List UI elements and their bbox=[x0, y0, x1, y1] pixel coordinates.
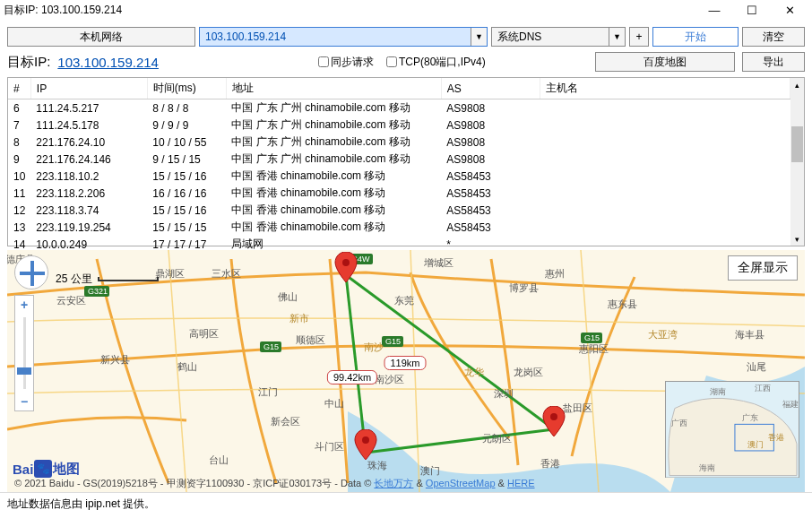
svg-text:新市: 新市 bbox=[289, 313, 309, 324]
svg-text:澳门: 澳门 bbox=[420, 465, 440, 476]
svg-text:三水区: 三水区 bbox=[212, 268, 241, 279]
add-button[interactable]: + bbox=[629, 27, 649, 47]
svg-text:龙岗区: 龙岗区 bbox=[514, 367, 543, 377]
svg-text:台山: 台山 bbox=[209, 454, 229, 465]
target-ip-input[interactable] bbox=[200, 28, 471, 46]
start-button[interactable]: 开始 bbox=[652, 27, 739, 47]
fullscreen-button[interactable]: 全屏显示 bbox=[728, 255, 798, 281]
compass-control[interactable] bbox=[14, 255, 48, 289]
table-row[interactable]: 12223.118.3.7415 / 15 / 16中国 香港 chinamob… bbox=[8, 202, 790, 219]
svg-point-49 bbox=[362, 436, 369, 444]
svg-text:惠阳区: 惠阳区 bbox=[578, 343, 609, 354]
tcp80-checkbox[interactable]: TCP(80端口,IPv4) bbox=[386, 55, 486, 70]
svg-text:汕尾: 汕尾 bbox=[747, 361, 766, 372]
vertical-scrollbar[interactable]: ▴ ▾ bbox=[790, 78, 804, 246]
zoom-in-button[interactable]: + bbox=[15, 296, 33, 314]
table-row[interactable]: 10223.118.10.215 / 15 / 16中国 香港 chinamob… bbox=[8, 168, 790, 185]
col-ip[interactable]: IP bbox=[30, 78, 147, 99]
col-index[interactable]: # bbox=[8, 78, 30, 99]
attr-link[interactable]: OpenStreetMap bbox=[426, 478, 496, 488]
svg-text:香港: 香港 bbox=[540, 458, 560, 469]
table-row[interactable]: 9221.176.24.1469 / 15 / 15中国 广东 广州 china… bbox=[8, 151, 790, 168]
zoom-slider[interactable] bbox=[15, 314, 33, 393]
svg-text:广东: 广东 bbox=[742, 413, 758, 422]
table-row[interactable]: 8221.176.24.1010 / 10 / 55中国 广东 广州 china… bbox=[8, 134, 790, 151]
chevron-down-icon[interactable]: ▼ bbox=[609, 28, 625, 46]
map-marker[interactable] bbox=[354, 429, 377, 460]
scroll-thumb[interactable] bbox=[791, 126, 803, 162]
baidu-map-button[interactable]: 百度地图 bbox=[595, 52, 735, 72]
col-time[interactable]: 时间(ms) bbox=[147, 78, 226, 99]
scroll-down-icon[interactable]: ▾ bbox=[790, 232, 804, 246]
svg-text:G15: G15 bbox=[584, 333, 600, 342]
col-as[interactable]: AS bbox=[441, 78, 540, 99]
local-network-button[interactable]: 本机网络 bbox=[7, 27, 195, 47]
svg-text:G15: G15 bbox=[263, 342, 279, 351]
svg-text:东莞: 东莞 bbox=[394, 295, 414, 306]
svg-text:鼎湖区: 鼎湖区 bbox=[155, 268, 185, 279]
svg-text:海南: 海南 bbox=[699, 463, 715, 472]
map-canvas[interactable]: G4W G321 G15 G15 G15 增城区 惠州 东莞 佛山 鼎湖区 三水… bbox=[7, 250, 805, 492]
svg-text:新会区: 新会区 bbox=[271, 416, 300, 427]
target-ip-label: 目标IP: bbox=[7, 54, 50, 71]
sync-request-checkbox[interactable]: 同步请求 bbox=[318, 55, 374, 70]
svg-text:湖南: 湖南 bbox=[710, 387, 726, 396]
title-ip: 103.100.159.214 bbox=[41, 4, 122, 16]
scroll-up-icon[interactable]: ▴ bbox=[790, 78, 804, 91]
dns-combo[interactable]: 系统DNS ▼ bbox=[491, 27, 626, 47]
svg-text:深圳: 深圳 bbox=[494, 388, 514, 399]
svg-point-50 bbox=[550, 413, 557, 420]
target-ip-link[interactable]: 103.100.159.214 bbox=[57, 55, 159, 70]
svg-text:博罗县: 博罗县 bbox=[509, 282, 539, 293]
footer-text: 地址数据信息由 ipip.net 提供。 bbox=[0, 492, 812, 515]
svg-text:南沙: 南沙 bbox=[364, 341, 384, 352]
map-attribution: © 2021 Baidu - GS(2019)5218号 - 甲测资字11009… bbox=[14, 477, 798, 490]
chevron-down-icon[interactable]: ▼ bbox=[471, 28, 487, 46]
svg-text:广西: 广西 bbox=[671, 419, 687, 428]
svg-text:元朗区: 元朗区 bbox=[482, 433, 512, 444]
map-marker[interactable] bbox=[334, 252, 358, 282]
svg-text:江门: 江门 bbox=[258, 386, 278, 397]
svg-text:G321: G321 bbox=[88, 287, 108, 296]
attr-link[interactable]: 长地万方 bbox=[374, 478, 413, 488]
dns-value: 系统DNS bbox=[492, 28, 609, 46]
svg-text:增城区: 增城区 bbox=[423, 257, 454, 268]
svg-text:高明区: 高明区 bbox=[189, 328, 219, 339]
trace-table: # IP 时间(ms) 地址 AS 主机名 6111.24.5.2178 / 8… bbox=[7, 77, 805, 246]
zoom-control[interactable]: + − bbox=[14, 295, 34, 411]
baidu-logo: Bai🐾地图 bbox=[13, 460, 80, 478]
target-ip-combo[interactable]: ▼ bbox=[199, 27, 488, 47]
clear-button[interactable]: 清空 bbox=[742, 27, 805, 47]
zoom-out-button[interactable]: − bbox=[15, 393, 33, 410]
attr-link[interactable]: HERE bbox=[507, 478, 535, 488]
svg-text:珠海: 珠海 bbox=[367, 460, 387, 471]
col-addr[interactable]: 地址 bbox=[226, 78, 441, 99]
distance-label: 99.42km bbox=[327, 370, 377, 384]
col-host[interactable]: 主机名 bbox=[540, 78, 790, 99]
maximize-button[interactable]: ☐ bbox=[733, 0, 771, 20]
svg-text:盐田区: 盐田区 bbox=[563, 402, 592, 413]
distance-label: 119km bbox=[384, 356, 426, 370]
minimize-button[interactable]: — bbox=[695, 0, 733, 20]
map-marker[interactable] bbox=[542, 406, 566, 436]
svg-text:福建: 福建 bbox=[782, 400, 799, 409]
svg-text:惠州: 惠州 bbox=[544, 268, 565, 279]
table-row[interactable]: 11223.118.2.20616 / 16 / 16中国 香港 chinamo… bbox=[8, 185, 790, 202]
svg-text:江西: 江西 bbox=[755, 384, 771, 393]
zoom-handle[interactable] bbox=[17, 367, 31, 375]
minimap[interactable]: 广西 广东 福建 湖南 江西 海南 香港 澳门 bbox=[665, 381, 799, 478]
svg-text:云安区: 云安区 bbox=[56, 295, 86, 306]
scale-bar: 25 公里 bbox=[56, 272, 159, 287]
svg-text:中山: 中山 bbox=[324, 398, 344, 409]
svg-text:鹤山: 鹤山 bbox=[177, 361, 197, 372]
svg-text:斗门区: 斗门区 bbox=[315, 441, 344, 452]
svg-text:惠东县: 惠东县 bbox=[607, 298, 637, 309]
table-row[interactable]: 13223.119.19.25415 / 15 / 15中国 香港 chinam… bbox=[8, 219, 790, 236]
title-prefix: 目标IP: bbox=[4, 4, 39, 16]
export-button[interactable]: 导出 bbox=[742, 52, 805, 72]
svg-text:大亚湾: 大亚湾 bbox=[648, 329, 678, 340]
table-row[interactable]: 7111.24.5.1789 / 9 / 9中国 广东 广州 chinamobi… bbox=[8, 117, 790, 134]
svg-text:龙华: 龙华 bbox=[464, 367, 484, 377]
table-row[interactable]: 6111.24.5.2178 / 8 / 8中国 广东 广州 chinamobi… bbox=[8, 99, 790, 117]
close-button[interactable]: ✕ bbox=[771, 0, 808, 20]
